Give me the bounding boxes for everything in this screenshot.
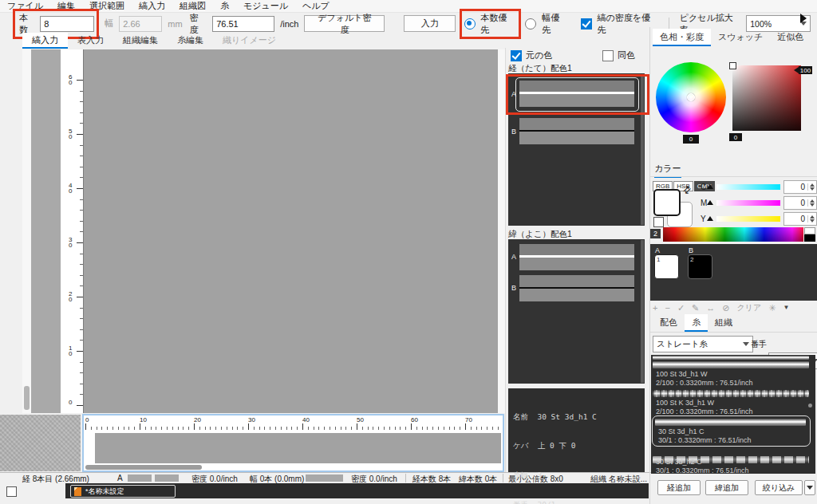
sv-square-marker[interactable]: [729, 62, 736, 69]
palette-toolbar: + − ✓ ✎ ↔ ⊘ クリア ✳ ▼: [653, 302, 789, 313]
yellow-value-box[interactable]: 0: [783, 212, 817, 226]
thread-type-select[interactable]: ストレート糸: [653, 336, 753, 352]
same-color-option[interactable]: 同色: [602, 49, 635, 61]
yellow-slider-track[interactable]: [716, 216, 780, 222]
magenta-value-box[interactable]: 0: [783, 196, 817, 210]
panel-divider: [505, 48, 506, 472]
tab-swatches[interactable]: スウォッチ: [711, 29, 770, 46]
yarn-info-width: 糸幅 3: [513, 471, 640, 480]
slider-thumb-icon[interactable]: [707, 200, 713, 205]
tab-weave-edit[interactable]: 組織編集: [113, 33, 168, 49]
warp-row-a-bar[interactable]: [519, 81, 634, 107]
palette-swatch-a1[interactable]: 1: [654, 254, 679, 279]
menu-thread[interactable]: 糸: [213, 0, 236, 12]
yarn-item-text: 100 St 3d_h1 W 2/100 : 0.3320mm : 76.51/…: [656, 370, 753, 387]
disable-icon[interactable]: ⊘: [722, 302, 729, 313]
special-icon[interactable]: ✳: [768, 302, 776, 313]
remove-icon[interactable]: −: [665, 302, 669, 313]
menu-stripe-input[interactable]: 縞入力: [132, 0, 172, 12]
add-warp-button[interactable]: 経追加: [657, 480, 701, 495]
white-color-chip[interactable]: [804, 227, 815, 234]
tab-thread[interactable]: 糸: [685, 314, 708, 332]
weft-row-b-bar[interactable]: [519, 275, 634, 301]
weft-row-a-bar[interactable]: [519, 244, 634, 270]
yarn-spec: 30/1 : 0.3320mm : 76.51/inch: [656, 467, 749, 474]
status-swatch-2: [155, 474, 179, 482]
hue-wheel[interactable]: [656, 62, 726, 132]
hue-wheel-marker[interactable]: [687, 93, 695, 101]
tab-colorway[interactable]: 配色: [653, 314, 685, 332]
tab-thread-edit[interactable]: 糸編集: [168, 33, 213, 49]
spinner-icon[interactable]: [807, 183, 816, 191]
original-color-option[interactable]: 元の色: [511, 49, 552, 61]
density-input[interactable]: [212, 16, 274, 32]
apply-icon[interactable]: ✓: [677, 302, 685, 313]
spinner-icon[interactable]: [807, 199, 816, 207]
same-color-checkbox[interactable]: [602, 50, 614, 61]
swatch-index: 2: [690, 256, 693, 263]
black-color-chip[interactable]: [804, 234, 815, 242]
count-input[interactable]: [40, 16, 94, 32]
horizontal-scrollbar-thumb[interactable]: [85, 465, 202, 470]
original-color-checkbox[interactable]: [511, 50, 522, 61]
tab-similar-colors[interactable]: 近似色: [770, 29, 811, 46]
right-scrollbar-track[interactable]: [498, 49, 505, 413]
magenta-slider-track[interactable]: [716, 200, 780, 206]
spinner-icon[interactable]: [807, 215, 816, 222]
tab-table-input[interactable]: 表入力: [68, 33, 113, 49]
yellow-value: 0: [784, 215, 807, 223]
left-scrollbar-track[interactable]: [22, 49, 31, 413]
priority-width-label: 幅優先: [542, 12, 567, 36]
slider-thumb-icon[interactable]: [707, 216, 713, 221]
add-icon[interactable]: +: [653, 302, 657, 313]
sv-max-value: 100: [799, 66, 812, 74]
menu-help[interactable]: ヘルプ: [295, 0, 337, 12]
color-option-checkbox[interactable]: [653, 217, 664, 227]
more-dropdown-icon[interactable]: ▼: [783, 302, 789, 313]
toolbar-expand-arrow-icon[interactable]: [800, 14, 807, 23]
yarn-spec: 2/100 : 0.3320mm : 76.51/inch: [656, 408, 753, 416]
left-scrollbar-thumb[interactable]: [24, 386, 30, 410]
palette-swatch-b2[interactable]: 2: [688, 254, 712, 279]
v-ruler-tick: 60: [69, 74, 75, 85]
filter-button[interactable]: 絞り込み: [755, 480, 803, 495]
tab-stripe-input[interactable]: 縞入力: [22, 33, 68, 49]
clear-button[interactable]: クリア: [737, 302, 762, 313]
edit-icon[interactable]: ✎: [692, 302, 699, 313]
cyan-slider-track[interactable]: [716, 184, 780, 190]
stripe-density-checkbox[interactable]: [581, 18, 592, 30]
priority-count-radio[interactable]: [464, 18, 476, 30]
warp-row-b-bar[interactable]: [519, 118, 634, 144]
tab-weave[interactable]: 組織: [708, 314, 740, 332]
add-weft-button[interactable]: 緯追加: [705, 480, 748, 495]
document-tab-label: *名称未設定: [85, 486, 124, 497]
yellow-slider-row: Y 0: [701, 212, 817, 225]
width-label: 幅: [105, 18, 113, 30]
v-ruler-tick: 30: [69, 237, 75, 248]
spectrum-bar[interactable]: [663, 227, 803, 242]
menu-weave-diagram[interactable]: 組織図: [172, 0, 213, 12]
taskbar-checkbox[interactable]: [6, 486, 17, 497]
yarn-list: 100 St 3d_h1 W 2/100 : 0.3320mm : 76.51/…: [651, 355, 815, 474]
slider-thumb-icon[interactable]: [707, 184, 713, 189]
swap-icon[interactable]: ↔: [706, 302, 715, 313]
width-input[interactable]: [119, 16, 162, 32]
v-ruler-tick: 10: [69, 345, 75, 356]
list-scroll-indicator[interactable]: [808, 404, 812, 408]
document-tab[interactable]: *名称未設定: [70, 485, 176, 498]
saturation-value-square[interactable]: [732, 65, 801, 131]
cyan-value-box[interactable]: 0: [783, 180, 817, 194]
filter-more-button[interactable]: [804, 480, 815, 495]
width-unit: mm: [168, 19, 182, 29]
foreground-color-swatch[interactable]: [653, 189, 681, 216]
tab-hue-saturation[interactable]: 色相・彩度: [653, 29, 711, 46]
status-group-label: A: [117, 474, 123, 482]
input-button[interactable]: 入力: [404, 15, 456, 32]
priority-width-radio[interactable]: [525, 18, 536, 30]
design-canvas[interactable]: [83, 49, 499, 413]
count-filter-label: 番手: [751, 339, 767, 350]
menu-module[interactable]: モジュール: [236, 0, 295, 12]
weft-panel-scroll-track[interactable]: [641, 240, 644, 383]
warp-panel-scroll-track[interactable]: [641, 74, 644, 225]
default-density-button[interactable]: デフォルト密度: [304, 15, 385, 32]
